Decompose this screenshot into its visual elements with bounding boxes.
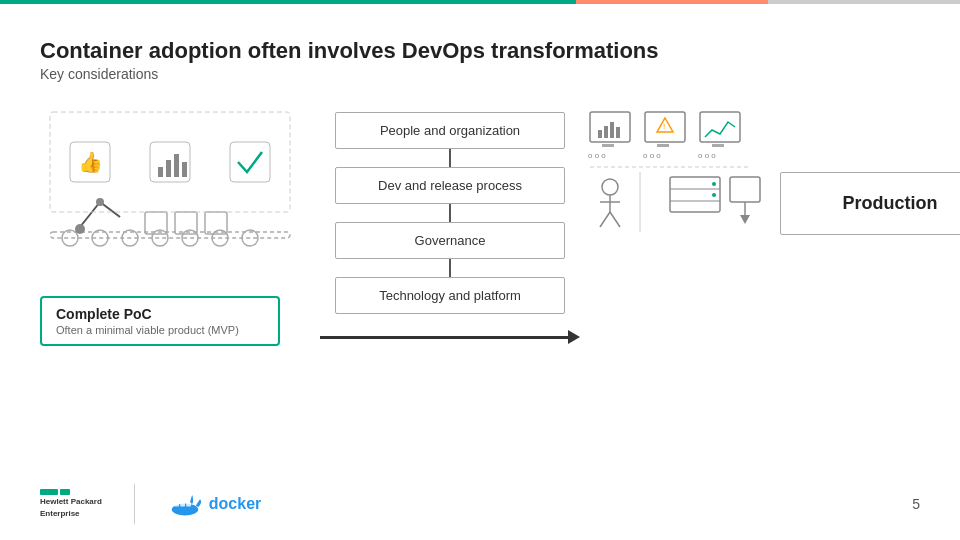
page: Container adoption often involves DevOps… [0, 0, 960, 540]
svg-rect-26 [604, 126, 608, 138]
svg-rect-57 [186, 502, 191, 506]
svg-text:o o o: o o o [698, 151, 716, 160]
svg-rect-55 [174, 502, 179, 506]
devops-diagram: o o o ! o o o o o o [580, 102, 780, 302]
poc-title: Complete PoC [56, 306, 264, 322]
consideration-governance: Governance [335, 222, 565, 259]
production-col: Production [780, 102, 960, 235]
svg-rect-56 [180, 502, 185, 506]
svg-rect-59 [183, 498, 188, 502]
connector-1 [449, 149, 451, 167]
svg-line-8 [80, 202, 100, 227]
svg-rect-37 [712, 144, 724, 147]
docker-text-label: docker [209, 495, 261, 513]
page-subtitle: Key considerations [40, 66, 920, 82]
svg-text:👍: 👍 [78, 150, 103, 174]
main-content: 👍 Complete PoC Often a minimal viable pr… [40, 102, 920, 482]
consideration-people: People and organization [335, 112, 565, 149]
hpe-bar-green [40, 489, 58, 495]
hpe-bars [40, 489, 102, 495]
footer-logos: Hewlett Packard Enterprise [40, 484, 261, 524]
devops-diagram-col: o o o ! o o o o o o [580, 102, 780, 306]
svg-rect-19 [158, 167, 163, 177]
production-label: Production [843, 193, 938, 213]
footer-divider [134, 484, 135, 524]
svg-rect-21 [174, 154, 179, 177]
arrow-head [568, 330, 580, 344]
hpe-text-line2: Enterprise [40, 509, 102, 519]
svg-point-44 [712, 193, 716, 197]
arrow-line [320, 336, 568, 339]
production-box: Production [780, 172, 960, 235]
svg-rect-51 [730, 177, 760, 202]
svg-line-48 [600, 212, 610, 227]
svg-rect-0 [50, 232, 290, 238]
svg-rect-20 [166, 160, 171, 177]
docker-logo: docker [167, 490, 261, 518]
connector-3 [449, 259, 451, 277]
svg-point-45 [602, 179, 618, 195]
hpe-logo: Hewlett Packard Enterprise [40, 489, 102, 518]
page-title: Container adoption often involves DevOps… [40, 38, 920, 64]
consideration-tech: Technology and platform [335, 277, 565, 314]
svg-marker-53 [740, 215, 750, 224]
docker-whale-icon [167, 490, 203, 518]
center-column: People and organization Dev and release … [320, 102, 580, 344]
svg-text:o o o: o o o [643, 151, 661, 160]
left-section: 👍 Complete PoC Often a minimal viable pr… [40, 102, 320, 346]
svg-rect-23 [230, 142, 270, 182]
hpe-text-line1: Hewlett Packard [40, 497, 102, 507]
svg-rect-58 [177, 498, 182, 502]
svg-text:o o o: o o o [588, 151, 606, 160]
arrow-right [320, 330, 580, 344]
hpe-bar-green2 [60, 489, 70, 495]
top-accent-line [0, 0, 960, 4]
svg-point-10 [75, 224, 85, 234]
poc-subtitle: Often a minimal viable product (MVP) [56, 324, 264, 336]
poc-box: Complete PoC Often a minimal viable prod… [40, 296, 280, 346]
factory-illustration: 👍 [40, 102, 300, 282]
svg-rect-27 [610, 122, 614, 138]
svg-rect-29 [602, 144, 614, 147]
svg-rect-34 [657, 144, 669, 147]
svg-line-49 [610, 212, 620, 227]
svg-rect-28 [616, 127, 620, 138]
svg-rect-25 [598, 130, 602, 138]
page-number: 5 [912, 496, 920, 512]
consideration-dev: Dev and release process [335, 167, 565, 204]
svg-rect-22 [182, 162, 187, 177]
svg-point-11 [96, 198, 104, 206]
svg-point-43 [712, 182, 716, 186]
right-area: o o o ! o o o o o o [580, 102, 960, 306]
connector-2 [449, 204, 451, 222]
footer: Hewlett Packard Enterprise [40, 484, 920, 524]
svg-text:!: ! [663, 122, 665, 131]
